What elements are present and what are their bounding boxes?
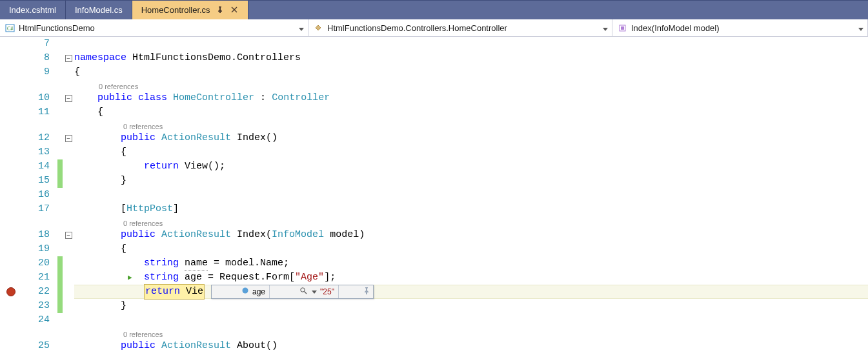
codelens-references[interactable]: 0 references	[74, 327, 868, 339]
line-number: 14	[21, 159, 57, 174]
class-icon	[314, 23, 323, 33]
codelens-references[interactable]: 0 references	[74, 216, 868, 228]
code-editor[interactable]: 7 8 9 10 11 12 13 14 15 16 17 18 19 20 2…	[0, 37, 868, 357]
line-number: 20	[21, 256, 57, 270]
line-number: 19	[21, 242, 57, 256]
line-number: 23	[21, 299, 57, 313]
line-number: 13	[21, 145, 57, 159]
line-number: 17	[21, 202, 57, 216]
line-number-gutter: 7 8 9 10 11 12 13 14 15 16 17 18 19 20 2…	[21, 37, 57, 357]
current-statement-highlight: return Vie	[144, 284, 205, 300]
line-number: 24	[21, 313, 57, 327]
line-number: 10	[21, 91, 57, 105]
class-name: HtmlFunctionsDemo.Controllers.HomeContro…	[327, 23, 507, 33]
project-name: HtmlFunctionsDemo	[19, 23, 95, 33]
codelens-references[interactable]: 0 references	[74, 79, 868, 91]
line-number: 22	[21, 285, 57, 299]
svg-rect-3	[621, 26, 624, 30]
svg-line-6	[304, 291, 307, 294]
debug-datatip[interactable]: age "25"	[211, 285, 374, 299]
glyph-margin[interactable]	[0, 37, 21, 357]
change-margin	[57, 37, 63, 357]
fold-toggle[interactable]: −	[65, 232, 72, 239]
document-tabstrip: Index.cshtml InfoModel.cs HomeController…	[0, 0, 868, 19]
svg-text:C#: C#	[7, 26, 13, 32]
fold-toggle[interactable]: −	[65, 95, 72, 102]
line-number: 15	[21, 174, 57, 188]
chevron-down-icon	[594, 23, 608, 33]
tab-label: HomeController.cs	[141, 5, 210, 15]
line-number: 16	[21, 188, 57, 202]
line-number: 21	[21, 270, 57, 285]
breakpoint-glyph[interactable]	[0, 285, 21, 299]
codelens-references[interactable]: 0 references	[74, 119, 868, 131]
project-dropdown[interactable]: C# HtmlFunctionsDemo	[0, 19, 308, 36]
tab-label: InfoModel.cs	[75, 5, 123, 15]
line-number: 7	[21, 37, 57, 51]
datatip-variable: age	[252, 285, 265, 299]
line-number: 18	[21, 228, 57, 242]
tab-index-cshtml[interactable]: Index.cshtml	[0, 1, 66, 19]
chevron-down-icon	[849, 23, 863, 33]
chevron-down-icon[interactable]	[312, 291, 317, 294]
chevron-down-icon	[290, 23, 304, 33]
search-icon[interactable]	[274, 270, 307, 313]
member-name: Index(InfoModel model)	[631, 23, 720, 33]
method-icon	[618, 23, 627, 33]
svg-point-4	[243, 288, 248, 294]
datatip-value: "25"	[320, 285, 334, 299]
close-icon[interactable]	[231, 6, 239, 14]
navigation-bar: C# HtmlFunctionsDemo HtmlFunctionsDemo.C…	[0, 19, 868, 37]
line-number: 12	[21, 131, 57, 145]
line-number: 25	[21, 339, 57, 353]
code-surface[interactable]: namespace HtmlFunctionsDemo.Controllers …	[74, 37, 868, 357]
variable-icon	[216, 270, 249, 313]
tab-infomodel-cs[interactable]: InfoModel.cs	[66, 1, 132, 19]
tab-homecontroller-cs[interactable]: HomeController.cs	[132, 1, 248, 19]
fold-toggle[interactable]: −	[65, 55, 72, 62]
svg-point-5	[301, 288, 305, 292]
line-number: 8	[21, 51, 57, 65]
line-number: 11	[21, 105, 57, 119]
csharp-project-icon: C#	[5, 23, 15, 33]
tab-label: Index.cshtml	[9, 5, 56, 15]
execution-pointer-icon: ▶	[128, 270, 132, 285]
class-dropdown[interactable]: HtmlFunctionsDemo.Controllers.HomeContro…	[308, 19, 612, 36]
line-number: 9	[21, 65, 57, 79]
fold-toggle[interactable]: −	[65, 135, 72, 142]
pin-icon[interactable]	[217, 6, 225, 14]
pin-datatip-icon[interactable]	[339, 270, 373, 313]
outline-margin[interactable]: − − − −	[63, 37, 74, 357]
member-dropdown[interactable]: Index(InfoModel model)	[612, 19, 868, 36]
breakpoint-icon	[6, 287, 15, 296]
